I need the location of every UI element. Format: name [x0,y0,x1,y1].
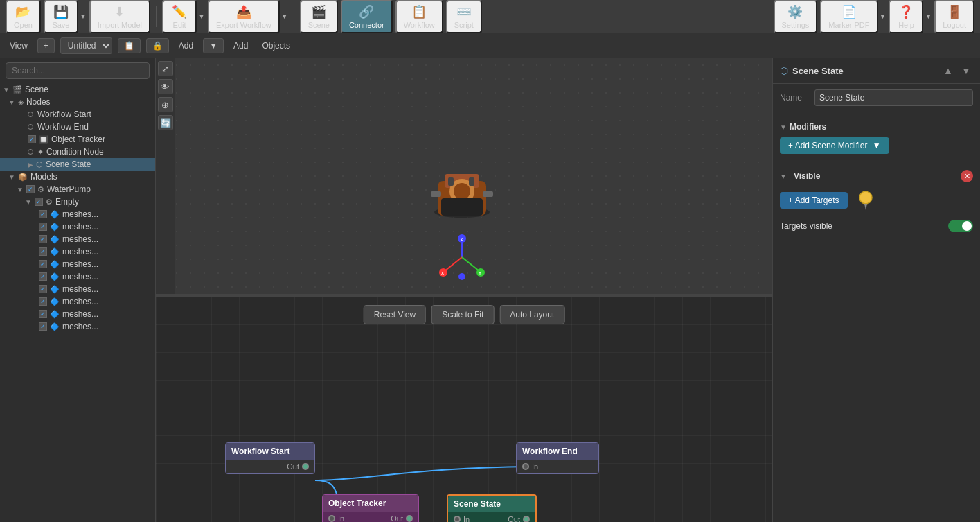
objects-menu[interactable]: Objects [258,39,294,53]
import-model-button[interactable]: ⬇ Import Model [89,0,150,33]
save-button[interactable]: 💾 Save [44,0,78,33]
visible-arrow[interactable]: ▼ [780,173,787,180]
marker-pdf-button[interactable]: 📄 Marker PDF [820,0,877,33]
mesh-checkbox[interactable]: ✓ [39,297,47,306]
in-port-dot-ss[interactable] [454,516,461,522]
scene-state-node[interactable]: Scene State In Out [447,494,537,522]
svg-text:Z: Z [461,237,463,241]
tree-item-scene-state[interactable]: ▶⬡Scene State [0,158,155,171]
mesh-icon: 🔷 [50,285,60,294]
eye-tool[interactable]: 👁 [158,79,173,94]
panel-up-button[interactable]: ▲ [941,64,955,78]
out-port-dot[interactable] [302,463,309,470]
panel-down-button[interactable]: ▼ [959,64,973,78]
tree-item-meshes10[interactable]: ✓🔷meshes... [0,320,155,333]
out-port-dot-ss[interactable] [523,516,530,522]
workflow-editor[interactable]: Reset View Scale to Fit Auto Layout Work… [156,297,772,522]
reset-view-button[interactable]: Reset View [364,305,426,324]
model-checkbox[interactable]: ✓ [35,198,43,206]
targets-visible-label: Targets visible [780,221,948,231]
edit-button[interactable]: ✏️ Edit [162,0,197,33]
scale-to-fit-button[interactable]: Scale to Fit [431,305,494,324]
mesh-icon: 🔷 [50,322,60,331]
targets-visible-toggle[interactable] [948,220,973,232]
tree-item-meshes2[interactable]: ✓🔷meshes... [0,220,155,233]
workflow-end-node[interactable]: Workflow End In [516,442,599,474]
mesh-checkbox[interactable]: ✓ [39,272,47,281]
add-menu[interactable]: Add [175,39,197,53]
view-select[interactable]: Untitled [60,37,112,54]
object-tracker-node[interactable]: Object Tracker In Out [322,494,419,522]
mesh-checkbox[interactable]: ✓ [39,310,47,318]
tree-item-meshes5[interactable]: ✓🔷meshes... [0,258,155,270]
tree-item-nodes[interactable]: ▼◈Nodes [0,96,155,108]
tree-item-scene[interactable]: ▼🎬Scene [0,83,155,96]
open-button[interactable]: 📂 Open [6,0,41,33]
tree-item-models[interactable]: ▼📦Models [0,171,155,183]
view-lock-button[interactable]: 🔒 [146,38,169,53]
tree-item-workflow-start[interactable]: Workflow Start [0,108,155,121]
add-menu-2[interactable]: Add [229,39,252,53]
mesh-checkbox[interactable]: ✓ [39,247,47,256]
modifiers-arrow[interactable]: ▼ [780,123,787,131]
view-action-button[interactable]: 📋 [118,38,141,53]
visible-remove-button[interactable]: ✕ [961,170,973,182]
svg-rect-10 [448,177,454,186]
tree-item-waterpump[interactable]: ▼✓⚙WaterPump [0,183,155,195]
expand-arrow: ▼ [8,173,15,181]
node-checkbox[interactable]: ✓ [28,135,36,143]
tree-item-meshes3[interactable]: ✓🔷meshes... [0,233,155,245]
in-port-dot[interactable] [522,463,529,470]
view-menu[interactable]: View [6,39,32,53]
3d-viewport[interactable]: ⤢ 👁 ⊕ 🔄 [156,58,772,294]
tree-item-meshes9[interactable]: ✓🔷meshes... [0,308,155,320]
settings-button[interactable]: ⚙️ Settings [774,0,818,33]
script-button[interactable]: ⌨️ Script [446,0,482,33]
tree-item-meshes1[interactable]: ✓🔷meshes... [0,208,155,220]
tree-item-meshes8[interactable]: ✓🔷meshes... [0,295,155,308]
tree-item-workflow-end[interactable]: Workflow End [0,121,155,133]
add-button[interactable]: ▼ [203,38,224,53]
mesh-checkbox[interactable]: ✓ [39,260,47,268]
save-arrow[interactable]: ▼ [80,12,87,20]
tree-item-meshes7[interactable]: ✓🔷meshes... [0,283,155,295]
toggle-knob [962,221,972,231]
export-workflow-button[interactable]: 📤 Export Workflow [208,0,280,33]
mesh-checkbox[interactable]: ✓ [39,210,47,218]
workflow-end-header: Workflow End [517,443,598,460]
scene-button[interactable]: 🎬 Scene [300,0,338,33]
tree-item-empty[interactable]: ▼✓⚙Empty [0,195,155,208]
in-port-dot-ot[interactable] [328,515,335,522]
orbit-tool[interactable]: 🔄 [158,115,173,130]
marker-pdf-icon: 📄 [841,4,857,19]
add-targets-button[interactable]: + Add Targets [780,192,848,209]
edit-arrow[interactable]: ▼ [198,12,205,20]
workflow-start-node[interactable]: Workflow Start Out [225,442,315,474]
connector-button[interactable]: 🔗 Connector [341,0,393,33]
add-view-button[interactable]: + [37,38,55,53]
marker-arrow[interactable]: ▼ [880,12,887,20]
tree-label: Workflow Start [37,110,91,119]
tree-item-object-tracker[interactable]: ✓🔲Object Tracker [0,133,155,146]
tree-item-meshes4[interactable]: ✓🔷meshes... [0,245,155,258]
out-port-dot-ot[interactable] [406,515,413,522]
export-arrow[interactable]: ▼ [281,12,288,20]
name-input[interactable] [814,89,973,106]
mesh-checkbox[interactable]: ✓ [39,285,47,293]
help-button[interactable]: ❓ Help [889,0,923,33]
mesh-checkbox[interactable]: ✓ [39,322,47,331]
maximize-tool[interactable]: ⤢ [158,61,173,76]
tree-item-condition-node[interactable]: ✦Condition Node [0,146,155,158]
auto-layout-button[interactable]: Auto Layout [499,305,564,324]
tree-item-meshes6[interactable]: ✓🔷meshes... [0,270,155,283]
add-modifier-button[interactable]: + Add Scene Modifier ▼ [780,137,889,154]
mesh-checkbox[interactable]: ✓ [39,235,47,243]
workflow-button[interactable]: 📋 Workflow [395,0,443,33]
mesh-checkbox[interactable]: ✓ [39,223,47,231]
crosshair-tool[interactable]: ⊕ [158,97,173,112]
expand-arrow: ▼ [17,186,24,193]
logout-button[interactable]: 🚪 Logout [934,0,974,33]
model-checkbox[interactable]: ✓ [26,185,35,193]
help-arrow[interactable]: ▼ [925,12,932,20]
search-input[interactable] [6,62,150,79]
